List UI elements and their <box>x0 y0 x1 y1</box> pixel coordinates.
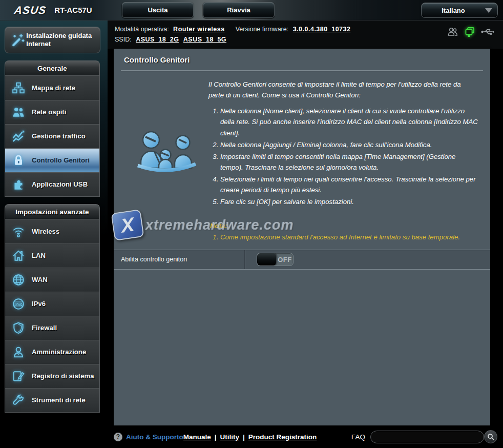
operation-mode-label: Modalità operativa: <box>115 26 169 33</box>
lock-icon <box>5 154 32 167</box>
globe-icon <box>5 273 32 287</box>
sidebar-item-lan[interactable]: LAN <box>5 243 99 268</box>
log-pencil-icon <box>5 370 32 383</box>
sidebar: Installazione guidata Internet Generale … <box>0 21 108 425</box>
puzzle-icon <box>5 178 32 191</box>
sidebar-item-parental-control[interactable]: Controllo Genitori <box>5 148 99 172</box>
sidebar-item-guest-network[interactable]: Rete ospiti <box>5 100 99 124</box>
note-label: Nota: <box>210 220 478 231</box>
help-support-label: Aiuto & Supporto <box>126 433 183 441</box>
step-item: Fare clic su [OK] per salvare le imposta… <box>220 196 478 207</box>
search-icon <box>487 433 495 441</box>
reboot-button[interactable]: Riavvia <box>203 2 275 18</box>
step-item: Nella colonna [Aggiungi / Elimina] colon… <box>220 139 478 150</box>
language-selected-label: Italiano <box>422 7 485 14</box>
sidebar-section-advanced: Impostazioni avanzate Wireless <box>5 204 100 413</box>
sidebar-item-firewall[interactable]: Firewall <box>5 316 99 340</box>
step-item: Nella colonna [Nome client], selezionare… <box>220 106 478 138</box>
home-icon <box>5 249 32 262</box>
logout-button[interactable]: Uscita <box>122 2 194 18</box>
ssid-label: SSID: <box>115 36 132 43</box>
language-selector[interactable]: Italiano <box>421 3 498 18</box>
network-map-icon <box>5 82 32 95</box>
product-registration-link[interactable]: Product Registration <box>248 433 317 441</box>
firmware-version-link[interactable]: 3.0.0.4.380_10732 <box>293 26 351 33</box>
guests-icon <box>5 106 32 119</box>
brand-area: ASUS RT-AC57U <box>0 4 117 16</box>
faq-search-input[interactable] <box>370 431 484 443</box>
note-block: X xtremehardware.com Nota: Come impostaz… <box>210 220 478 242</box>
toggle-knob[interactable] <box>257 253 277 266</box>
instruction-steps: Nella colonna [Nome client], selezionare… <box>210 106 478 207</box>
main-panel: Controllo Genitori <box>114 49 490 425</box>
sidebar-item-ipv6[interactable]: IPv6 IPv6 <box>5 292 99 316</box>
person-icon <box>5 345 32 359</box>
ssid-5g-link[interactable]: ASUS_18_5G <box>183 36 226 43</box>
utility-link[interactable]: Utility <box>220 433 240 441</box>
sidebar-item-network-tools[interactable]: Strumenti di rete <box>5 388 99 412</box>
wired-devices-icon[interactable] <box>464 26 476 38</box>
toggle-state-label: OFF <box>277 253 293 266</box>
quick-setup-label: Installazione guidata Internet <box>26 32 96 48</box>
firmware-label: Versione firmware: <box>236 26 289 33</box>
help-icon[interactable]: ? <box>114 433 122 441</box>
page-title: Controllo Genitori <box>124 55 480 64</box>
footer: ? Aiuto & Supporto Manuale | Utility | P… <box>0 425 503 448</box>
sidebar-section-general: Generale Mappa di rete <box>5 60 100 197</box>
ipv6-globe-icon: IPv6 <box>5 297 32 311</box>
step-item: Selezionate i limiti di tempo nei quali … <box>220 174 478 195</box>
shield-icon <box>5 321 32 335</box>
wifi-icon <box>5 225 32 238</box>
sidebar-item-wan[interactable]: WAN <box>5 268 99 292</box>
clients-icon[interactable] <box>447 26 459 37</box>
magic-wand-icon <box>9 32 26 48</box>
sidebar-item-system-log[interactable]: Registro di sistema <box>5 364 99 388</box>
parental-control-toggle[interactable]: OFF <box>257 253 294 266</box>
section-title-general: Generale <box>5 60 100 75</box>
quick-setup-button[interactable]: Installazione guidata Internet <box>5 27 100 53</box>
section-title-advanced: Impostazioni avanzate <box>5 204 100 219</box>
sidebar-item-network-map[interactable]: Mappa di rete <box>5 76 99 100</box>
manual-link[interactable]: Manuale <box>183 433 211 441</box>
ssid-2g-link[interactable]: ASUS_18_2G <box>136 36 179 43</box>
wrench-icon <box>5 394 32 407</box>
router-model: RT-AC57U <box>54 6 92 14</box>
note-item: Come impostazione standard l'accesso ad … <box>220 232 478 242</box>
sidebar-item-wireless[interactable]: Wireless <box>5 219 99 243</box>
usb-icon[interactable] <box>480 27 495 36</box>
svg-text:IPv6: IPv6 <box>14 302 23 307</box>
faq-search-button[interactable] <box>484 430 497 443</box>
sidebar-item-traffic-manager[interactable]: Gestione traffico <box>5 124 99 148</box>
operation-mode-link[interactable]: Router wireless <box>173 26 225 33</box>
asus-logo: ASUS <box>13 4 47 16</box>
traffic-chart-icon <box>5 130 32 143</box>
enable-parental-control-label: Abilita controllo genitori <box>114 250 245 269</box>
enable-parental-control-row: Abilita controllo genitori OFF <box>114 250 490 270</box>
sidebar-item-administration[interactable]: Amministrazione <box>5 340 99 364</box>
sidebar-item-usb-application[interactable]: Applicazioni USB <box>5 172 99 196</box>
step-item: Impostare limiti di tempo consentiti nel… <box>220 151 478 173</box>
chevron-down-icon <box>485 8 492 13</box>
faq-label: FAQ <box>351 433 365 441</box>
intro-paragraph: Il Controllo Genitori consente di impost… <box>208 79 478 100</box>
top-bar: ASUS RT-AC57U Uscita Riavvia Italiano <box>0 0 503 21</box>
family-illustration-icon <box>135 128 198 179</box>
info-bar: Modalità operativa: Router wireless Vers… <box>108 21 503 49</box>
